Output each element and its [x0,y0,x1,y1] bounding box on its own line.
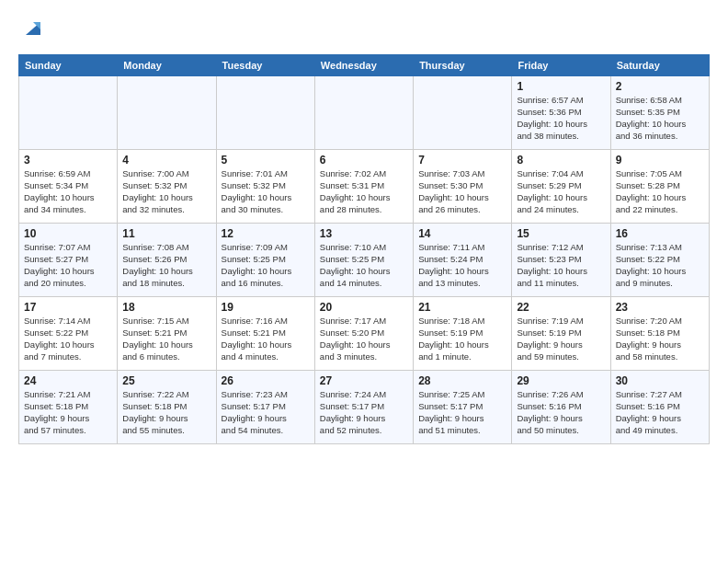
week-row-5: 24Sunrise: 7:21 AM Sunset: 5:18 PM Dayli… [19,371,710,444]
day-number: 9 [616,154,704,167]
calendar-cell [216,76,314,150]
calendar-cell: 7Sunrise: 7:03 AM Sunset: 5:30 PM Daylig… [414,150,512,224]
week-row-4: 17Sunrise: 7:14 AM Sunset: 5:22 PM Dayli… [19,297,710,371]
calendar-cell: 12Sunrise: 7:09 AM Sunset: 5:25 PM Dayli… [216,224,314,297]
day-number: 22 [517,301,605,314]
day-number: 11 [122,227,210,240]
day-number: 23 [616,301,704,314]
calendar-body: 1Sunrise: 6:57 AM Sunset: 5:36 PM Daylig… [19,76,710,444]
day-info: Sunrise: 7:03 AM Sunset: 5:30 PM Dayligh… [418,168,506,215]
day-number: 29 [517,374,605,387]
day-number: 25 [122,374,210,387]
calendar-cell: 23Sunrise: 7:20 AM Sunset: 5:18 PM Dayli… [610,297,709,371]
day-info: Sunrise: 7:00 AM Sunset: 5:32 PM Dayligh… [122,168,210,215]
day-number: 17 [24,301,112,314]
calendar-cell: 14Sunrise: 7:11 AM Sunset: 5:24 PM Dayli… [414,224,512,297]
day-info: Sunrise: 7:22 AM Sunset: 5:18 PM Dayligh… [122,389,210,436]
day-number: 10 [24,227,112,240]
day-info: Sunrise: 7:07 AM Sunset: 5:27 PM Dayligh… [24,242,112,289]
calendar-cell: 26Sunrise: 7:23 AM Sunset: 5:17 PM Dayli… [216,371,314,444]
calendar-cell: 3Sunrise: 6:59 AM Sunset: 5:34 PM Daylig… [19,150,118,224]
day-info: Sunrise: 7:19 AM Sunset: 5:19 PM Dayligh… [517,316,605,362]
calendar-cell: 16Sunrise: 7:13 AM Sunset: 5:22 PM Dayli… [610,224,709,297]
calendar-cell: 4Sunrise: 7:00 AM Sunset: 5:32 PM Daylig… [118,150,216,224]
day-header-saturday: Saturday [610,55,709,76]
page: SundayMondayTuesdayWednesdayThursdayFrid… [0,0,728,454]
day-header-friday: Friday [512,55,610,76]
calendar-table: SundayMondayTuesdayWednesdayThursdayFrid… [18,54,710,444]
day-info: Sunrise: 7:18 AM Sunset: 5:19 PM Dayligh… [418,316,506,362]
day-number: 21 [418,301,506,314]
day-number: 4 [122,154,210,167]
calendar-cell: 2Sunrise: 6:58 AM Sunset: 5:35 PM Daylig… [610,76,709,150]
day-number: 18 [122,301,210,314]
calendar-cell: 18Sunrise: 7:15 AM Sunset: 5:21 PM Dayli… [118,297,216,371]
calendar-cell: 10Sunrise: 7:07 AM Sunset: 5:27 PM Dayli… [19,224,118,297]
day-number: 15 [517,227,605,240]
day-info: Sunrise: 7:17 AM Sunset: 5:20 PM Dayligh… [320,316,408,362]
day-number: 7 [418,154,506,167]
day-number: 1 [517,80,605,93]
calendar-cell [19,76,118,150]
day-info: Sunrise: 7:13 AM Sunset: 5:22 PM Dayligh… [616,242,704,289]
day-info: Sunrise: 6:59 AM Sunset: 5:34 PM Dayligh… [24,168,112,215]
day-info: Sunrise: 7:23 AM Sunset: 5:17 PM Dayligh… [222,389,310,436]
calendar-cell: 5Sunrise: 7:01 AM Sunset: 5:32 PM Daylig… [216,150,314,224]
day-info: Sunrise: 7:20 AM Sunset: 5:18 PM Dayligh… [616,316,704,362]
week-row-2: 3Sunrise: 6:59 AM Sunset: 5:34 PM Daylig… [19,150,710,224]
day-number: 5 [222,154,310,167]
day-info: Sunrise: 7:01 AM Sunset: 5:32 PM Dayligh… [222,168,310,215]
day-info: Sunrise: 7:10 AM Sunset: 5:25 PM Dayligh… [320,242,408,289]
week-row-3: 10Sunrise: 7:07 AM Sunset: 5:27 PM Dayli… [19,224,710,297]
week-row-1: 1Sunrise: 6:57 AM Sunset: 5:36 PM Daylig… [19,76,710,150]
day-info: Sunrise: 7:08 AM Sunset: 5:26 PM Dayligh… [122,242,210,289]
day-info: Sunrise: 7:14 AM Sunset: 5:22 PM Dayligh… [24,316,112,362]
day-number: 6 [320,154,408,167]
calendar-cell: 11Sunrise: 7:08 AM Sunset: 5:26 PM Dayli… [118,224,216,297]
calendar-cell: 25Sunrise: 7:22 AM Sunset: 5:18 PM Dayli… [118,371,216,444]
day-number: 20 [320,301,408,314]
calendar-cell: 19Sunrise: 7:16 AM Sunset: 5:21 PM Dayli… [216,297,314,371]
day-number: 30 [616,374,704,387]
day-info: Sunrise: 7:12 AM Sunset: 5:23 PM Dayligh… [517,242,605,289]
day-info: Sunrise: 6:58 AM Sunset: 5:35 PM Dayligh… [616,95,704,142]
day-info: Sunrise: 6:57 AM Sunset: 5:36 PM Dayligh… [517,95,605,142]
day-number: 13 [320,227,408,240]
day-info: Sunrise: 7:15 AM Sunset: 5:21 PM Dayligh… [122,316,210,362]
calendar-cell: 30Sunrise: 7:27 AM Sunset: 5:16 PM Dayli… [610,371,709,444]
day-number: 14 [418,227,506,240]
day-header-sunday: Sunday [19,55,118,76]
day-header-thursday: Thursday [414,55,512,76]
day-number: 3 [24,154,112,167]
calendar-cell: 6Sunrise: 7:02 AM Sunset: 5:31 PM Daylig… [314,150,413,224]
header [18,15,710,45]
day-number: 8 [517,154,605,167]
day-info: Sunrise: 7:11 AM Sunset: 5:24 PM Dayligh… [418,242,506,289]
calendar-cell: 15Sunrise: 7:12 AM Sunset: 5:23 PM Dayli… [512,224,610,297]
day-number: 16 [616,227,704,240]
day-number: 27 [320,374,408,387]
day-info: Sunrise: 7:09 AM Sunset: 5:25 PM Dayligh… [222,242,310,289]
day-number: 2 [616,80,704,93]
calendar-cell: 29Sunrise: 7:26 AM Sunset: 5:16 PM Dayli… [512,371,610,444]
day-number: 19 [222,301,310,314]
day-info: Sunrise: 7:16 AM Sunset: 5:21 PM Dayligh… [222,316,310,362]
header-row: SundayMondayTuesdayWednesdayThursdayFrid… [19,55,710,76]
calendar-cell: 22Sunrise: 7:19 AM Sunset: 5:19 PM Dayli… [512,297,610,371]
calendar-cell [414,76,512,150]
calendar-cell: 9Sunrise: 7:05 AM Sunset: 5:28 PM Daylig… [610,150,709,224]
logo-icon [20,15,46,40]
day-number: 24 [24,374,112,387]
calendar-cell: 28Sunrise: 7:25 AM Sunset: 5:17 PM Dayli… [414,371,512,444]
calendar-cell: 21Sunrise: 7:18 AM Sunset: 5:19 PM Dayli… [414,297,512,371]
day-info: Sunrise: 7:26 AM Sunset: 5:16 PM Dayligh… [517,389,605,436]
day-number: 26 [222,374,310,387]
calendar-cell [118,76,216,150]
day-number: 28 [418,374,506,387]
logo [18,15,46,45]
calendar-header: SundayMondayTuesdayWednesdayThursdayFrid… [19,55,710,76]
day-header-tuesday: Tuesday [216,55,314,76]
day-info: Sunrise: 7:04 AM Sunset: 5:29 PM Dayligh… [517,168,605,215]
calendar-cell [314,76,413,150]
day-info: Sunrise: 7:24 AM Sunset: 5:17 PM Dayligh… [320,389,408,436]
